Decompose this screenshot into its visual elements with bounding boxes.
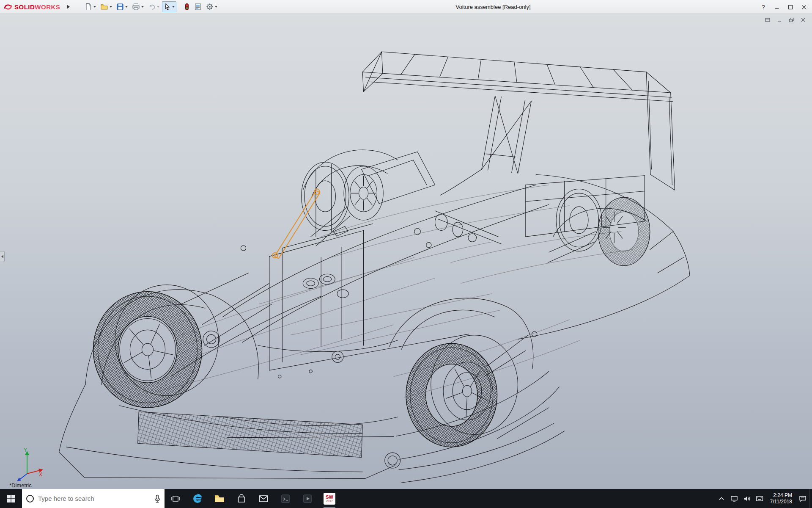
- file-properties-icon: [194, 3, 202, 11]
- feature-panel-collapse-tab[interactable]: [0, 251, 5, 262]
- touch-keyboard-icon: [756, 496, 763, 502]
- select-cursor-icon: [164, 3, 171, 11]
- edge-browser-icon: [192, 493, 203, 504]
- taskbar-app-solidworks[interactable]: SW 2017: [318, 489, 340, 508]
- taskbar-search-box[interactable]: [22, 489, 165, 508]
- open-button[interactable]: [99, 1, 114, 12]
- open-folder-icon: [100, 3, 108, 11]
- clock-time: 2:24 PM: [773, 492, 792, 499]
- taskbar-app-store[interactable]: [230, 489, 252, 508]
- cortana-icon: [25, 494, 35, 503]
- taskbar-app-window-1[interactable]: [274, 489, 296, 508]
- taskbar-app-edge[interactable]: [187, 489, 208, 508]
- close-icon: [801, 17, 806, 22]
- wireframe-car-model[interactable]: [0, 14, 812, 489]
- options-button[interactable]: [204, 1, 219, 12]
- undo-arrow-icon: [148, 3, 156, 11]
- solidworks-logo-icon: [3, 2, 13, 11]
- window-title: Voiture assemblee [Read-only]: [455, 4, 530, 10]
- solidworks-badge-year: 2017: [326, 500, 333, 502]
- gear-icon: [206, 3, 214, 11]
- start-button[interactable]: [0, 489, 22, 508]
- clock-date: 7/11/2018: [770, 499, 793, 505]
- app-window-icon: [280, 494, 291, 504]
- brand-suffix: WORKS: [35, 3, 60, 11]
- right-arrow-icon: [67, 5, 70, 9]
- save-floppy-icon: [116, 3, 124, 11]
- save-button[interactable]: [115, 1, 129, 12]
- taskbar-clock[interactable]: 2:24 PM 7/11/2018: [766, 489, 797, 508]
- new-document-icon: [85, 3, 92, 11]
- chevron-down-icon: [215, 6, 217, 8]
- close-button[interactable]: [798, 2, 810, 13]
- chevron-down-icon: [93, 6, 96, 8]
- brand-prefix: SOLID: [14, 3, 35, 11]
- triad-x-label: X: [39, 472, 42, 478]
- minimize-icon: [777, 17, 782, 22]
- doc-restore-button[interactable]: [787, 16, 796, 24]
- help-button[interactable]: ?: [757, 2, 770, 13]
- taskbar-app-window-2[interactable]: [296, 489, 318, 508]
- chevron-up-icon: [719, 497, 724, 501]
- chevron-down-icon: [157, 6, 159, 8]
- select-button[interactable]: [162, 1, 176, 12]
- solidworks-badge-top: SW: [326, 495, 333, 500]
- new-document-button[interactable]: [83, 1, 98, 12]
- solidworks-app-icon: SW 2017: [324, 493, 335, 505]
- rebuild-button[interactable]: [182, 1, 192, 12]
- windows-logo-icon: [7, 494, 15, 503]
- doc-float-button[interactable]: [763, 16, 772, 24]
- tray-volume-button[interactable]: [741, 489, 753, 508]
- view-orientation-label: *Dimetric: [9, 482, 32, 489]
- task-view-icon: [171, 494, 180, 503]
- print-button[interactable]: [130, 1, 145, 12]
- doc-close-button[interactable]: [798, 16, 808, 24]
- action-center-button[interactable]: [796, 489, 809, 508]
- system-tray: 2:24 PM 7/11/2018: [715, 489, 812, 508]
- main-toolbar: [83, 1, 219, 12]
- left-arrow-icon: [1, 255, 3, 258]
- chevron-down-icon: [110, 6, 112, 8]
- solidworks-brand: SOLIDWORKS: [0, 2, 64, 11]
- search-input[interactable]: [38, 495, 150, 502]
- media-app-icon: [302, 494, 313, 504]
- taskbar-app-mail[interactable]: [252, 489, 274, 508]
- file-properties-button[interactable]: [192, 1, 203, 12]
- printer-icon: [132, 3, 140, 11]
- task-view-button[interactable]: [165, 489, 187, 508]
- action-center-icon: [799, 495, 807, 502]
- chevron-down-icon: [125, 6, 128, 8]
- graphics-viewport[interactable]: Y X *Dimetric: [0, 14, 812, 489]
- mail-icon: [258, 494, 269, 503]
- maximize-icon: [788, 5, 793, 10]
- windows-taskbar: SW 2017 2:24 PM 7: [0, 489, 812, 508]
- document-window-controls: [763, 16, 808, 24]
- file-explorer-icon: [214, 494, 225, 503]
- minimize-button[interactable]: [771, 2, 783, 13]
- maximize-button[interactable]: [784, 2, 797, 13]
- doc-minimize-button[interactable]: [775, 16, 784, 24]
- toolbar-flyout-arrow[interactable]: [64, 2, 72, 11]
- tray-keyboard-button[interactable]: [753, 489, 766, 508]
- restore-icon: [789, 17, 794, 22]
- microphone-icon[interactable]: [154, 494, 161, 503]
- tray-network-button[interactable]: [728, 489, 741, 508]
- orientation-triad: Y X: [9, 446, 45, 481]
- titlebar: SOLIDWORKS: [0, 0, 812, 14]
- microsoft-store-icon: [236, 494, 247, 504]
- float-window-icon: [765, 17, 771, 22]
- triad-y-label: Y: [24, 447, 27, 453]
- chevron-down-icon: [141, 6, 144, 8]
- network-icon: [730, 495, 738, 502]
- minimize-icon: [774, 5, 779, 10]
- undo-button[interactable]: [146, 1, 161, 12]
- selected-edge-highlight: [272, 189, 320, 259]
- tray-hidden-icons-button[interactable]: [715, 489, 728, 508]
- chevron-down-icon: [172, 6, 175, 8]
- show-desktop-button[interactable]: [809, 489, 812, 508]
- rebuild-traffic-light-icon: [184, 3, 190, 11]
- close-icon: [801, 5, 807, 10]
- taskbar-app-file-explorer[interactable]: [208, 489, 230, 508]
- speaker-icon: [743, 495, 751, 502]
